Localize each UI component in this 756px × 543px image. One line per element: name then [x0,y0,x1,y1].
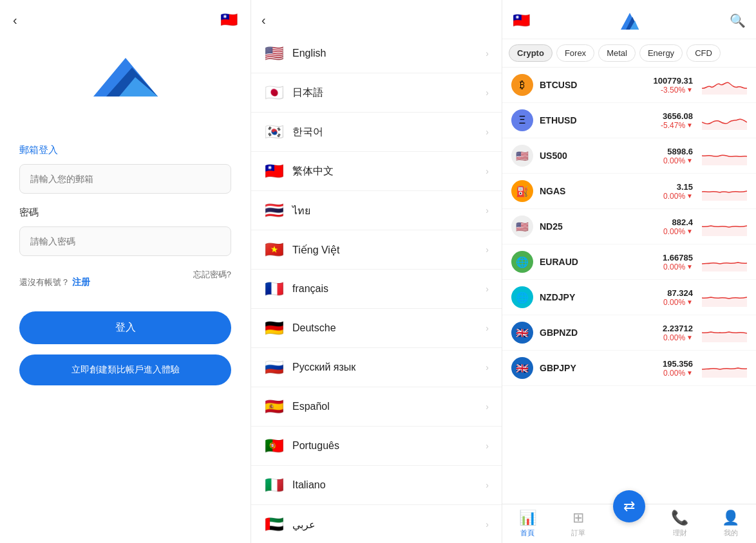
market-change: 0.00% ▼ [641,262,693,272]
language-item[interactable]: 🇰🇷 한국어 › [251,113,502,152]
language-item[interactable]: 🇺🇸 English › [251,34,502,73]
nav-icon: 📊 [519,510,536,526]
forgot-link[interactable]: 忘記密碼? [193,269,231,281]
language-panel: ‹ 🇺🇸 English › 🇯🇵 日本語 › 🇰🇷 한국어 › 🇹🇼 繁体中文… [251,0,502,543]
market-row[interactable]: Ξ ETHUSD 3656.08 -5.47% ▼ [502,103,756,138]
language-item[interactable]: 🇹🇭 ไทย › [251,191,502,230]
sparkline-chart [702,181,747,201]
language-item[interactable]: 🇫🇷 français › [251,270,502,309]
lang-flag: 🇮🇹 [264,476,285,494]
market-row[interactable]: 🇬🇧 GBPNZD 2.23712 0.00% ▼ [502,315,756,351]
market-name: GBPJPY [540,363,641,373]
language-item[interactable]: 🇦🇪 عربي › [251,505,502,543]
market-name: ETHUSD [540,115,641,125]
search-icon[interactable]: 🔍 [730,13,746,28]
market-price-col: 3656.08 -5.47% ▼ [641,111,693,130]
market-tab-energy[interactable]: Energy [639,44,683,62]
lang-flag: 🇦🇪 [264,515,285,533]
lang-chevron: › [486,323,489,333]
market-row[interactable]: 🌐 EURAUD 1.66785 0.00% ▼ [502,244,756,280]
logo-container [87,51,164,106]
market-price: 3656.08 [641,111,693,121]
market-row[interactable]: 🇬🇧 GBPJPY 195.356 0.00% ▼ [502,351,756,386]
lang-left: 🇯🇵 日本語 [264,84,323,102]
market-row[interactable]: ₿ BTCUSD 100779.31 -3.50% ▼ [502,68,756,103]
lang-left: 🇮🇹 Italiano [264,476,326,494]
middle-back-button[interactable]: ‹ [251,0,502,34]
nav-item-首頁[interactable]: 📊 首頁 [502,510,553,538]
nav-item-理財[interactable]: 📞 理財 [654,510,705,538]
market-change: -5.47% ▼ [641,121,693,130]
register-link[interactable]: 注册 [72,277,90,288]
market-tab-metal[interactable]: Metal [598,44,636,62]
lang-chevron: › [486,244,489,255]
market-name: GBPNZD [540,327,641,338]
lang-chevron: › [486,480,489,490]
lang-flag: 🇹🇭 [264,201,285,219]
market-change: 0.00% ▼ [641,227,693,236]
login-section: 郵箱登入 密碼 還沒有帳號？ 注册 忘記密碼? 登入 立即創建類比帳戶進入體驗 [19,144,231,385]
market-name: EURAUD [540,257,641,267]
market-tab-forex[interactable]: Forex [556,44,594,62]
market-row[interactable]: 🇺🇸 ND25 882.4 0.00% ▼ [502,209,756,244]
sparkline-chart [702,146,747,165]
market-icon: ₿ [511,74,533,96]
lang-left: 🇻🇳 Tiếng Việt [264,241,339,259]
login-button[interactable]: 登入 [19,311,231,344]
lang-chevron: › [486,401,489,412]
market-tab-cfd[interactable]: CFD [686,44,721,62]
lang-left: 🇦🇪 عربي [264,515,316,533]
lang-name: Español [292,401,330,412]
left-flag: 🇹🇼 [220,12,238,28]
nav-icon: 📞 [671,510,688,526]
language-item[interactable]: 🇩🇪 Deutsche › [251,309,502,348]
login-panel: ‹ 🇹🇼 郵箱登入 密碼 還沒有帳號？ 注册 忘記密碼? 登入 立即創建類比帳戶… [0,0,251,543]
market-row[interactable]: 🌐 NZDJPY 87.324 0.00% ▼ [502,280,756,315]
lang-name: عربي [292,519,316,531]
market-tab-crypto[interactable]: Crypto [509,44,553,62]
language-item[interactable]: 🇯🇵 日本語 › [251,73,502,113]
lang-flag: 🇷🇺 [264,358,285,376]
language-item[interactable]: 🇷🇺 Русский язык › [251,348,502,387]
lang-name: Italiano [292,479,326,491]
swap-icon: ⇄ [623,498,635,515]
language-item[interactable]: 🇻🇳 Tiếng Việt › [251,230,502,270]
market-change: 0.00% ▼ [641,192,693,201]
market-price-col: 882.4 0.00% ▼ [641,217,693,236]
market-row[interactable]: 🇺🇸 US500 5898.6 0.00% ▼ [502,138,756,174]
sparkline-chart [702,111,747,130]
lang-left: 🇰🇷 한국어 [264,123,323,141]
lang-left: 🇫🇷 français [264,280,328,298]
lang-chevron: › [486,284,489,294]
lang-name: 日本語 [292,86,323,100]
market-flag: 🇹🇼 [513,12,530,29]
lang-left: 🇩🇪 Deutsche [264,319,336,337]
lang-chevron: › [486,205,489,216]
language-item[interactable]: 🇮🇹 Italiano › [251,466,502,505]
email-input[interactable] [19,164,231,194]
market-price: 2.23712 [641,324,693,333]
lang-name: Português [292,440,339,452]
demo-button[interactable]: 立即創建類比帳戶進入體驗 [19,354,231,385]
market-header: 🇹🇼 🔍 [502,0,756,39]
lang-chevron: › [486,519,489,529]
language-item[interactable]: 🇵🇹 Português › [251,427,502,466]
language-item[interactable]: 🇪🇸 Español › [251,387,502,427]
nav-icon: ⊞ [572,510,584,526]
market-row[interactable]: ⛽ NGAS 3.15 0.00% ▼ [502,174,756,209]
market-price: 3.15 [641,182,693,192]
left-back-button[interactable]: ‹ [13,13,17,28]
market-change: 0.00% ▼ [641,369,693,378]
password-input[interactable] [19,226,231,256]
nav-item-我的[interactable]: 👤 我的 [705,510,756,538]
nav-icon: 👤 [722,510,739,526]
lang-flag: 🇻🇳 [264,241,285,259]
lang-chevron: › [486,87,489,98]
language-item[interactable]: 🇹🇼 繁体中文 › [251,152,502,191]
market-price: 100779.31 [641,76,693,86]
nav-item-訂單[interactable]: ⊞ 訂單 [553,510,604,538]
fab-button[interactable]: ⇄ [613,490,645,522]
market-price-col: 3.15 0.00% ▼ [641,182,693,201]
lang-left: 🇵🇹 Português [264,437,339,455]
market-name: NZDJPY [540,292,641,302]
